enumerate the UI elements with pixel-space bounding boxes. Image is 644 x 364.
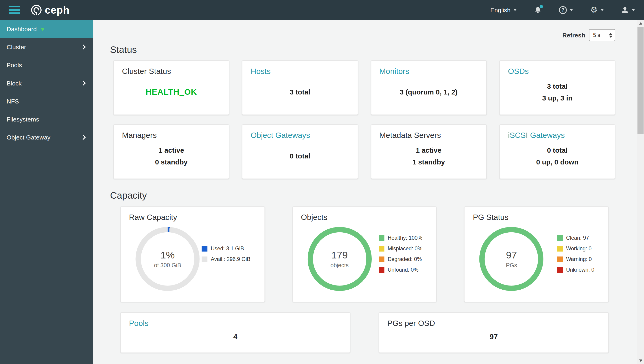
- legend-label: Unknown: 0: [566, 267, 594, 273]
- status-card-grid: Cluster Status HEALTH_OK Hosts 3 total M…: [113, 60, 615, 179]
- legend-label: Healthy: 100%: [388, 235, 422, 241]
- card-object-gateways: Object Gateways 0 total: [242, 124, 358, 179]
- ceph-brand[interactable]: ceph: [31, 4, 70, 16]
- legend-label: Misplaced: 0%: [388, 246, 422, 252]
- monitors-link[interactable]: Monitors: [379, 67, 478, 76]
- legend-item: Clean: 97: [557, 235, 594, 241]
- sidebar-item-cluster[interactable]: Cluster: [0, 38, 93, 56]
- refresh-interval-select[interactable]: 5 s: [589, 29, 615, 41]
- navbar-right: English ? ⚙: [490, 6, 635, 14]
- sidebar-item-object-gateway[interactable]: Object Gateway: [0, 128, 93, 146]
- spinner-arrows-icon: [609, 32, 612, 38]
- sidebar: Dashboard ♥ Cluster Pools Block NFS File…: [0, 20, 93, 364]
- menu-toggle-button[interactable]: [6, 3, 23, 16]
- sidebar-item-label: NFS: [7, 98, 19, 104]
- object-gateways-total: 0 total: [290, 150, 310, 162]
- sidebar-item-block[interactable]: Block: [0, 74, 93, 92]
- notifications-button[interactable]: [534, 6, 542, 14]
- osds-total: 3 total: [547, 80, 567, 92]
- refresh-interval-value: 5 s: [593, 32, 600, 38]
- legend-item: Unknown: 0: [557, 267, 594, 273]
- iscsi-up-down: 0 up, 0 down: [536, 156, 578, 168]
- legend-item: Avail.: 296.9 GiB: [202, 256, 251, 262]
- help-dropdown[interactable]: ?: [559, 6, 573, 14]
- chevron-right-icon: [81, 80, 86, 86]
- card-title: Cluster Status: [122, 67, 221, 76]
- capacity-section-heading: Capacity: [110, 190, 637, 201]
- vertical-scrollbar[interactable]: [637, 20, 644, 364]
- chevron-down-icon: [513, 9, 517, 11]
- objects-legend: Healthy: 100%Misplaced: 0%Degraded: 0%Un…: [379, 235, 422, 273]
- sidebar-item-label: Filesystems: [7, 116, 39, 122]
- card-cluster-status: Cluster Status HEALTH_OK: [113, 60, 229, 115]
- chevron-down-icon: [632, 9, 635, 11]
- donut-center-label: PGs: [506, 262, 517, 268]
- legend-label: Clean: 97: [566, 235, 589, 241]
- object-gateways-link[interactable]: Object Gateways: [251, 131, 349, 140]
- navbar-left: ceph: [6, 3, 70, 16]
- donut-center-label: objects: [330, 262, 349, 268]
- sidebar-item-nfs[interactable]: NFS: [0, 92, 93, 110]
- sidebar-item-pools[interactable]: Pools: [0, 56, 93, 74]
- sidebar-item-filesystems[interactable]: Filesystems: [0, 110, 93, 128]
- bottom-cards-row: Pools 4 PGs per OSD 97: [120, 312, 609, 353]
- sidebar-item-label: Object Gateway: [7, 134, 50, 140]
- legend-item: Degraded: 0%: [379, 256, 422, 262]
- card-title: PGs per OSD: [387, 319, 600, 328]
- help-icon: ?: [559, 6, 567, 14]
- settings-dropdown[interactable]: ⚙: [590, 6, 604, 14]
- legend-swatch: [557, 246, 563, 251]
- arrow-down-icon: [639, 360, 642, 362]
- legend-item: Unfound: 0%: [379, 267, 422, 273]
- main-content: Refresh 5 s Status Cluster Status HEALTH…: [93, 20, 637, 364]
- osds-link[interactable]: OSDs: [508, 67, 606, 76]
- brand-name: ceph: [45, 4, 70, 16]
- refresh-control: Refresh 5 s: [93, 29, 615, 41]
- donut-center-value: 179: [331, 249, 348, 261]
- pools-count: 4: [233, 333, 237, 341]
- language-dropdown[interactable]: English: [490, 6, 517, 14]
- ceph-logo-icon: [31, 4, 42, 16]
- pgs-per-osd-card: PGs per OSD 97: [379, 312, 609, 353]
- card-hosts: Hosts 3 total: [242, 60, 358, 115]
- legend-swatch: [379, 235, 384, 241]
- card-metadata-servers: Metadata Servers 1 active 1 standby: [371, 124, 487, 179]
- scrollbar-thumb[interactable]: [637, 27, 644, 134]
- donut-center-value: 1%: [160, 249, 175, 261]
- pg-status-legend: Clean: 97Working: 0Warning: 0Unknown: 0: [557, 235, 594, 273]
- legend-swatch: [557, 267, 563, 273]
- hosts-total: 3 total: [290, 86, 310, 98]
- legend-label: Avail.: 296.9 GiB: [211, 256, 251, 262]
- managers-standby: 0 standby: [155, 156, 188, 168]
- legend-swatch: [557, 235, 563, 241]
- scroll-down-button[interactable]: [637, 357, 644, 364]
- legend-label: Unfound: 0%: [388, 267, 419, 273]
- pools-link[interactable]: Pools: [129, 319, 342, 328]
- objects-card: Objects 179 objects Healthy: 100%Misplac…: [292, 206, 437, 302]
- chevron-right-icon: [81, 44, 86, 50]
- card-monitors: Monitors 3 (quorum 0, 1, 2): [371, 60, 487, 115]
- user-icon: [621, 6, 629, 14]
- monitors-quorum: 3 (quorum 0, 1, 2): [400, 86, 457, 98]
- legend-label: Degraded: 0%: [388, 256, 422, 262]
- legend-swatch: [557, 256, 563, 262]
- legend-item: Misplaced: 0%: [379, 246, 422, 252]
- scroll-up-button[interactable]: [637, 20, 644, 26]
- legend-swatch: [379, 256, 384, 262]
- pools-card: Pools 4: [120, 312, 351, 353]
- mds-standby: 1 standby: [412, 156, 445, 168]
- legend-swatch: [379, 267, 384, 273]
- card-managers: Managers 1 active 0 standby: [113, 124, 229, 179]
- card-osds: OSDs 3 total 3 up, 3 in: [499, 60, 615, 115]
- iscsi-gateways-link[interactable]: iSCSI Gateways: [508, 131, 606, 140]
- hosts-link[interactable]: Hosts: [251, 67, 349, 76]
- objects-donut-chart: 179 objects: [307, 227, 372, 291]
- legend-label: Used: 3.1 GiB: [211, 246, 244, 252]
- sidebar-item-dashboard[interactable]: Dashboard ♥: [0, 20, 93, 38]
- managers-active: 1 active: [159, 144, 184, 156]
- language-label: English: [490, 6, 510, 14]
- user-dropdown[interactable]: [621, 6, 635, 14]
- chart-title: PG Status: [473, 213, 600, 222]
- legend-label: Warning: 0: [566, 256, 592, 262]
- chevron-right-icon: [81, 134, 86, 140]
